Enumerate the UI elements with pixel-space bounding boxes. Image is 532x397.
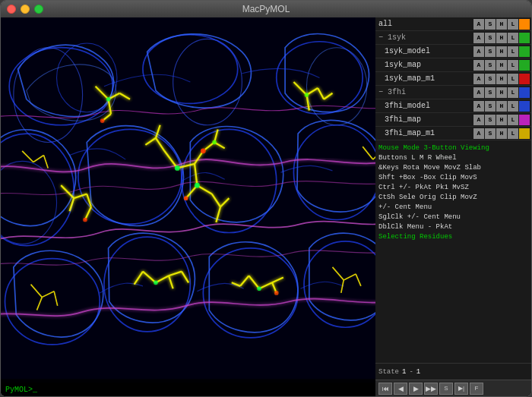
maximize-button[interactable] (34, 5, 43, 14)
main-window: MacPyMOL (0, 0, 532, 397)
state-bar: State 1 - 1 (375, 363, 531, 380)
btn-s-3fhi[interactable]: S (485, 87, 496, 98)
btn-c-3fhi-map-m1[interactable] (519, 128, 530, 139)
object-name-all: all (378, 20, 473, 28)
object-name-3fhi-model: 3fhi_model (378, 102, 473, 110)
btn-l-3fhi[interactable]: L (508, 87, 518, 98)
traffic-lights (7, 5, 43, 14)
state-label: State (378, 368, 399, 376)
svg-point-68 (83, 218, 87, 222)
btn-s-3fhi-map[interactable]: S (485, 115, 496, 125)
btn-a-all[interactable]: A (473, 19, 484, 30)
svg-point-62 (106, 97, 111, 102)
btn-c-3fhi-model[interactable] (519, 101, 530, 112)
btn-l-all[interactable]: L (508, 19, 518, 30)
btn-l-1syk[interactable]: L (508, 33, 518, 43)
object-row-3fhi: − 3fhi A S H L (375, 86, 531, 99)
btn-l-1syk-map[interactable]: L (508, 60, 518, 71)
info-line-1: Mouse Mode 3-Button Viewing (378, 143, 528, 153)
btn-h-3fhi-model[interactable]: H (496, 101, 507, 112)
btn-c-3fhi[interactable] (519, 87, 530, 98)
btn-l-3fhi-model[interactable]: L (508, 101, 518, 112)
btn-c-1syk[interactable] (519, 33, 530, 43)
object-buttons-3fhi-map-m1: A S H L (473, 128, 530, 139)
title-bar: MacPyMOL (1, 1, 531, 17)
btn-s-3fhi-model[interactable]: S (485, 101, 496, 112)
svg-point-64 (154, 280, 158, 285)
btn-c-1syk-map-m1[interactable] (519, 74, 530, 84)
molecule-display (1, 17, 375, 396)
info-line-2: Buttons L M R Wheel (378, 153, 528, 163)
btn-a-1syk-map-m1[interactable]: A (473, 74, 484, 84)
btn-h-1syk-map-m1[interactable]: H (496, 74, 507, 84)
svg-point-65 (257, 286, 261, 291)
playback-forward[interactable]: ▶| (454, 383, 468, 395)
object-buttons-3fhi: A S H L (473, 87, 530, 98)
btn-h-1syk-map[interactable]: H (496, 60, 507, 71)
object-row-1syk-map: 1syk_map A S H L (375, 58, 531, 72)
object-name-1syk-model: 1syk_model (378, 47, 473, 55)
object-name-3fhi: − 3fhi (378, 88, 473, 96)
playback-play[interactable]: ▶ (409, 383, 423, 395)
btn-a-1syk[interactable]: A (473, 33, 484, 43)
object-name-3fhi-map-m1: 3fhi_map_m1 (378, 129, 473, 137)
playback-stop[interactable]: S (439, 383, 453, 395)
svg-point-59 (175, 165, 180, 171)
btn-c-all[interactable] (519, 19, 530, 30)
object-buttons-3fhi-model: A S H L (473, 101, 530, 112)
object-row-3fhi-model: 3fhi_model A S H L (375, 99, 531, 113)
playback-rewind[interactable]: ⏮ (378, 383, 392, 395)
btn-s-3fhi-map-m1[interactable]: S (485, 128, 496, 139)
state-current: 1 (402, 368, 406, 376)
object-list: all A S H L − 1syk A S H (375, 17, 531, 140)
btn-a-1syk-model[interactable]: A (473, 46, 484, 57)
btn-h-3fhi[interactable]: H (496, 87, 507, 98)
object-row-1syk-model: 1syk_model A S H L (375, 45, 531, 58)
btn-l-1syk-map-m1[interactable]: L (508, 74, 518, 84)
main-area: PyMOL>_ all A S H L (1, 17, 531, 396)
info-line-6: CtSh Sele Orig Clip MovZ (378, 193, 528, 203)
info-line-7: +/- Cent Menu (378, 203, 528, 213)
pymol-prompt: PyMOL>_ (1, 383, 375, 396)
btn-s-all[interactable]: S (485, 19, 496, 30)
object-name-1syk-map-m1: 1syk_map_m1 (378, 74, 473, 83)
info-line-8: SglClk +/- Cent Menu (378, 213, 528, 222)
btn-l-3fhi-map-m1[interactable]: L (508, 128, 518, 139)
btn-c-1syk-model[interactable] (519, 46, 530, 57)
playback-next[interactable]: ▶▶ (424, 383, 438, 395)
btn-l-1syk-model[interactable]: L (508, 46, 518, 57)
minimize-button[interactable] (21, 5, 30, 14)
playback-frame[interactable]: F (470, 383, 483, 395)
btn-c-3fhi-map[interactable] (519, 115, 530, 125)
btn-a-3fhi[interactable]: A (473, 87, 484, 98)
info-line-10: Selecting Residues (378, 232, 528, 242)
btn-h-3fhi-map[interactable]: H (496, 115, 507, 125)
playback-prev[interactable]: ◀ (394, 383, 407, 395)
close-button[interactable] (7, 5, 16, 14)
object-buttons-1syk-map: A S H L (473, 60, 530, 71)
svg-point-63 (305, 93, 309, 97)
btn-s-1syk-model[interactable]: S (485, 46, 496, 57)
object-name-1syk-map: 1syk_map (378, 61, 473, 69)
btn-a-3fhi-map[interactable]: A (473, 115, 484, 125)
state-separator: - (409, 368, 413, 376)
svg-point-66 (201, 148, 206, 153)
btn-c-1syk-map[interactable] (519, 60, 530, 71)
btn-s-1syk[interactable]: S (485, 33, 496, 43)
btn-a-3fhi-map-m1[interactable]: A (473, 128, 484, 139)
btn-a-1syk-map[interactable]: A (473, 60, 484, 71)
btn-s-1syk-map-m1[interactable]: S (485, 74, 496, 84)
object-buttons-all: A S H L (473, 19, 530, 30)
btn-h-all[interactable]: H (496, 19, 507, 30)
btn-a-3fhi-model[interactable]: A (473, 101, 484, 112)
btn-h-1syk-model[interactable]: H (496, 46, 507, 57)
object-row-3fhi-map-m1: 3fhi_map_m1 A S H L (375, 127, 531, 140)
btn-h-1syk[interactable]: H (496, 33, 507, 43)
btn-h-3fhi-map-m1[interactable]: H (496, 128, 507, 139)
object-buttons-1syk-model: A S H L (473, 46, 530, 57)
btn-s-1syk-map[interactable]: S (485, 60, 496, 71)
btn-l-3fhi-map[interactable]: L (508, 115, 518, 125)
object-row-all: all A S H L (375, 17, 531, 31)
viewport[interactable]: PyMOL>_ (1, 17, 375, 396)
info-line-3: &Keys Rota Move MovZ Slab (378, 163, 528, 173)
